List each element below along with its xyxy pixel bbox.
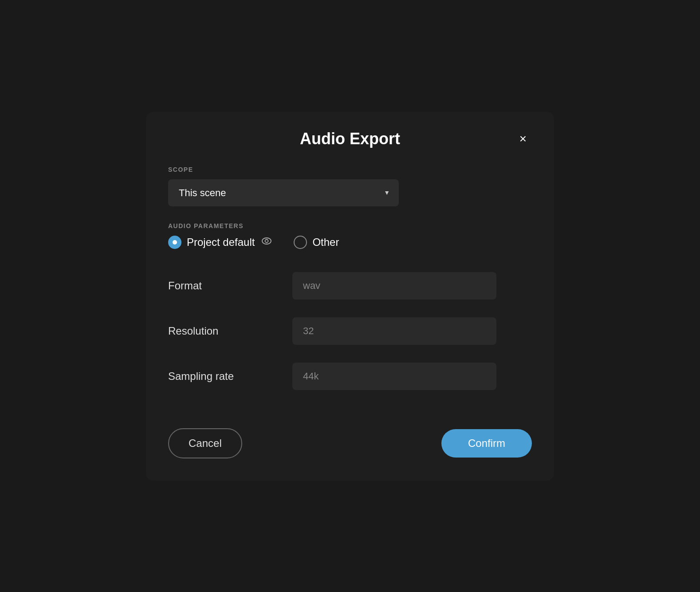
- param-value-sampling-rate: 44k: [292, 363, 496, 390]
- params-grid: Format wav Resolution 32 Sampling rate 4…: [168, 265, 532, 397]
- param-row-format: Format wav: [168, 265, 532, 307]
- param-row-resolution: Resolution 32: [168, 310, 532, 352]
- audio-parameters-label: AUDIO PARAMETERS: [168, 222, 532, 229]
- footer: Cancel Confirm: [168, 410, 532, 458]
- param-label-resolution: Resolution: [168, 325, 292, 337]
- radio-circle-project-default: [168, 236, 181, 249]
- close-button[interactable]: ×: [514, 130, 532, 148]
- param-label-format: Format: [168, 280, 292, 292]
- eye-icon: [262, 237, 271, 247]
- param-value-resolution: 32: [292, 317, 496, 345]
- scope-dropdown[interactable]: This scene All scenes Selected clips: [168, 179, 399, 206]
- radio-label-other: Other: [312, 236, 339, 249]
- scope-dropdown-wrapper: This scene All scenes Selected clips ▼: [168, 179, 399, 206]
- confirm-button[interactable]: Confirm: [441, 429, 532, 458]
- audio-parameters-section: AUDIO PARAMETERS Project default Other: [168, 222, 532, 397]
- radio-group: Project default Other: [168, 236, 532, 249]
- param-value-format: wav: [292, 272, 496, 300]
- scope-section: SCOPE This scene All scenes Selected cli…: [168, 166, 532, 206]
- radio-label-project-default: Project default: [187, 236, 255, 249]
- audio-export-dialog: Audio Export × SCOPE This scene All scen…: [146, 112, 554, 481]
- param-label-sampling-rate: Sampling rate: [168, 370, 292, 383]
- radio-option-project-default[interactable]: Project default: [168, 236, 271, 249]
- svg-point-1: [265, 240, 268, 243]
- cancel-button[interactable]: Cancel: [168, 428, 242, 458]
- radio-option-other[interactable]: Other: [294, 236, 339, 249]
- param-row-sampling-rate: Sampling rate 44k: [168, 355, 532, 397]
- dialog-header: Audio Export ×: [168, 130, 532, 148]
- scope-section-label: SCOPE: [168, 166, 532, 173]
- dialog-title: Audio Export: [300, 130, 400, 148]
- svg-point-0: [262, 238, 271, 244]
- radio-circle-other: [294, 236, 307, 249]
